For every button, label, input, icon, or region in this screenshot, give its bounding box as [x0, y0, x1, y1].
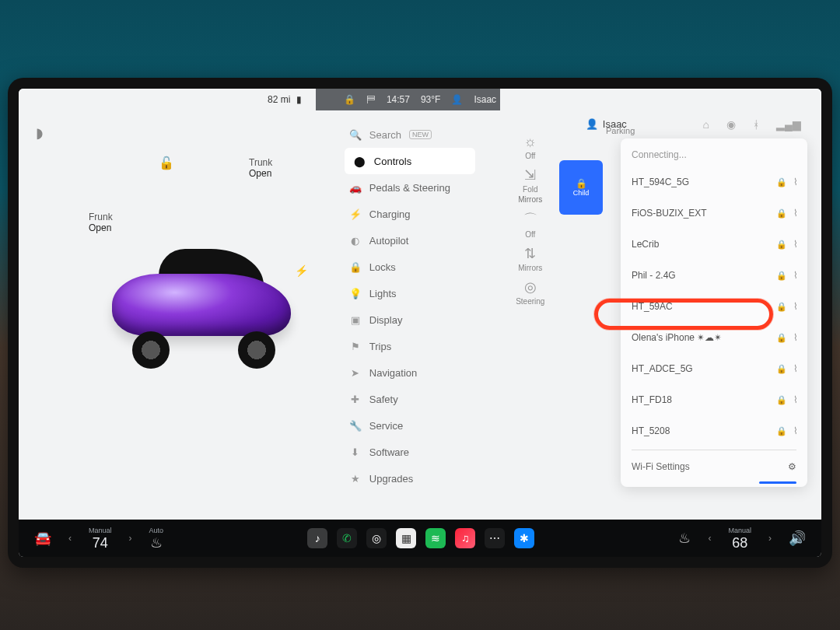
trunk-button[interactable]: Trunk Open: [249, 157, 272, 179]
menu-item-locks[interactable]: 🔒Locks: [340, 254, 480, 280]
tile-icon: ⇲: [524, 166, 536, 184]
wifi-signal-icon: ⌇: [793, 301, 798, 312]
frunk-label: Frunk: [89, 212, 113, 222]
lock-icon: 🔒: [776, 271, 787, 281]
menu-item-autopilot[interactable]: ◐Autopilot: [340, 227, 480, 254]
menu-label: Service: [369, 420, 403, 432]
wifi-signal-icon: ⌇: [793, 270, 798, 281]
lock-icon: 🔒: [776, 208, 787, 219]
wifi-signal-icon: ⌇: [793, 332, 798, 343]
seat-heat-right-icon[interactable]: ♨: [678, 530, 691, 547]
wifi-name: FiOS-BUZIX_EXT: [632, 208, 770, 219]
wifi-network[interactable]: FiOS-BUZIX_EXT🔒⌇: [621, 198, 807, 229]
child-lock-card[interactable]: 🔒 Child: [559, 160, 603, 215]
menu-label: Pedals & Steering: [369, 182, 450, 194]
menu-item-upgrades[interactable]: ★Upgrades: [340, 465, 480, 492]
wifi-network[interactable]: HT_ADCE_5G🔒⌇: [621, 353, 807, 384]
wifi-name: LeCrib: [632, 239, 770, 250]
status-bar: 82 mi ▮ 🔒 ⛿ 14:57 93°F 👤 Isaac: [19, 89, 821, 110]
divider: [632, 450, 796, 450]
menu-item-lights[interactable]: 💡Lights: [340, 280, 480, 306]
homelink-icon[interactable]: ⌂: [703, 118, 709, 131]
wifi-signal-icon: ⌇: [793, 425, 798, 436]
temp-up-left[interactable]: ›: [126, 533, 135, 544]
menu-item-pedals-steering[interactable]: 🚗Pedals & Steering: [340, 174, 480, 201]
search-row[interactable]: 🔍 Search NEW: [340, 121, 480, 148]
tile-icon: ⌒: [523, 210, 537, 229]
wifi-network[interactable]: LeCrib🔒⌇: [621, 229, 807, 260]
lock-icon: 🔒: [776, 395, 787, 405]
menu-icon: ▣: [349, 314, 362, 326]
music-app[interactable]: ♪: [307, 528, 327, 548]
menu-item-service[interactable]: 🔧Service: [340, 412, 480, 439]
temp-down-right[interactable]: ‹: [705, 533, 714, 544]
menu-label: Lights: [369, 288, 397, 299]
wifi-settings-row[interactable]: Wi-Fi Settings ⚙: [621, 453, 807, 481]
menu-item-display[interactable]: ▣Display: [340, 306, 480, 333]
wifi-name: HT_5208: [632, 425, 770, 436]
menu-icon: ⬤: [354, 156, 366, 167]
menu-label: Navigation: [369, 367, 417, 379]
tile-icon: ⇅: [524, 245, 536, 262]
search-icon: 🔍: [349, 129, 362, 141]
phone-app[interactable]: ✆: [337, 528, 357, 548]
quick-tile[interactable]: ⌒Off: [516, 210, 544, 239]
battery-icon: ▮: [296, 94, 302, 105]
cell-signal-icon[interactable]: ▂▄▆: [776, 118, 801, 131]
more-apps[interactable]: ⋯: [485, 528, 505, 548]
user-icon: 👤: [451, 94, 463, 105]
wifi-indicator-bar: [759, 481, 796, 484]
tile-label: Steering: [516, 297, 544, 306]
car-menu-icon[interactable]: 🚘: [34, 530, 51, 547]
lock-icon: 🔒: [776, 240, 787, 250]
frunk-state: Open: [89, 222, 113, 233]
menu-item-software[interactable]: ⬇Software: [340, 439, 480, 465]
wifi-network[interactable]: HT_5208🔒⌇: [621, 415, 807, 446]
spotify-app[interactable]: ≋: [425, 528, 446, 548]
menu-label: Controls: [374, 156, 411, 167]
menu-item-controls[interactable]: ⬤Controls: [345, 148, 475, 174]
wifi-settings-label: Wi-Fi Settings: [632, 461, 690, 472]
menu-item-navigation[interactable]: ➤Navigation: [340, 359, 480, 386]
tile-label: Fold: [523, 185, 537, 194]
wifi-network[interactable]: Phil - 2.4G🔒⌇: [621, 260, 807, 291]
frunk-button[interactable]: Frunk Open: [89, 212, 113, 233]
right-temp[interactable]: Manual 68: [728, 527, 751, 550]
bluetooth-icon[interactable]: ᚼ: [753, 118, 759, 131]
quick-tile[interactable]: ⇅Mirrors: [516, 245, 544, 272]
bottom-dock: 🚘 ‹ Manual 74 › Auto ♨ ♪✆◎▦≋♫⋯✱ ♨ ‹ Manu…: [19, 520, 821, 557]
left-temp-mode: Manual: [89, 527, 112, 534]
new-badge: NEW: [409, 130, 432, 139]
wifi-network[interactable]: HT_FD18🔒⌇: [621, 384, 807, 415]
parking-label: Parking: [606, 126, 635, 135]
tile-sublabel: Mirrors: [518, 195, 542, 204]
temp-up-right[interactable]: ›: [765, 533, 775, 544]
wifi-signal-icon: ⌇: [793, 177, 798, 187]
menu-item-trips[interactable]: ⚑Trips: [340, 333, 480, 359]
vehicle-render: [104, 243, 306, 367]
lock-icon: 🔒: [776, 426, 787, 436]
camera-app[interactable]: ◎: [366, 528, 387, 548]
left-temp[interactable]: Manual 74: [89, 527, 112, 550]
wifi-network[interactable]: HT_594C_5G🔒⌇: [621, 166, 807, 198]
quick-tile[interactable]: ◎Steering: [516, 278, 544, 306]
sentry-icon[interactable]: ◉: [726, 118, 736, 131]
clock: 14:57: [387, 94, 410, 105]
quick-tile[interactable]: ⇲FoldMirrors: [516, 166, 544, 204]
menu-item-charging[interactable]: ⚡Charging: [340, 201, 480, 227]
unlock-icon[interactable]: 🔓: [159, 156, 174, 170]
wifi-signal-icon: ⌇: [793, 394, 798, 405]
apple-music-app[interactable]: ♫: [455, 528, 475, 548]
lock-icon[interactable]: 🔒: [344, 94, 355, 105]
bluetooth-app[interactable]: ✱: [514, 528, 534, 548]
menu-item-safety[interactable]: ✚Safety: [340, 386, 480, 412]
temp-down-left[interactable]: ‹: [65, 533, 75, 544]
left-seat[interactable]: Auto ♨: [149, 527, 164, 550]
right-temp-value: 68: [732, 536, 747, 550]
quick-tile[interactable]: ☼Off: [516, 134, 544, 160]
volume-icon[interactable]: 🔊: [789, 530, 806, 547]
profile-name[interactable]: Isaac: [474, 94, 496, 105]
tile-icon: ◎: [524, 278, 537, 296]
calendar-app[interactable]: ▦: [396, 528, 416, 548]
menu-label: Autopilot: [369, 235, 409, 247]
